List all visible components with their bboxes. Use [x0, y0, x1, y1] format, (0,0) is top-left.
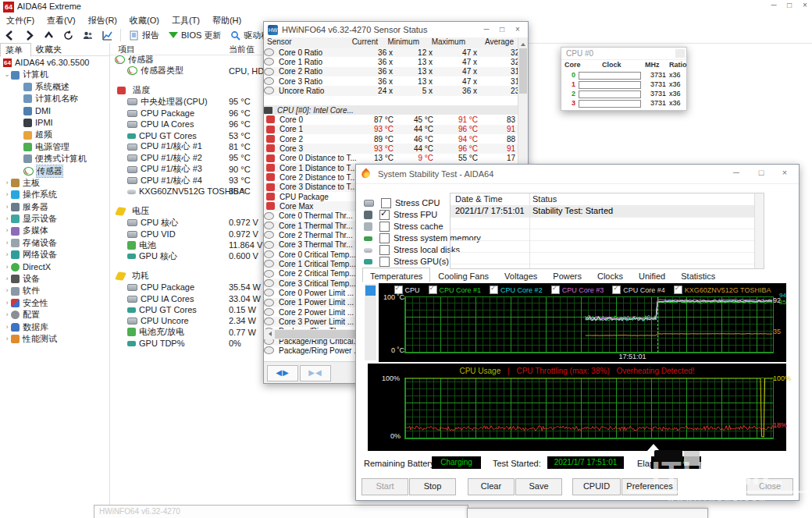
table-row[interactable]: Core 0 Ratio36 x12 x47 x32 x — [264, 48, 518, 57]
stress-cache-row[interactable]: Stress cache — [364, 221, 443, 232]
sensor-row[interactable]: KXG60ZNV512G TOSHIBA 35 °C — [110, 186, 262, 197]
tree-item[interactable]: 计算机名称 — [0, 93, 109, 105]
legend-checkbox[interactable] — [490, 286, 498, 294]
save-button[interactable]: Save — [515, 478, 562, 495]
sensor-row[interactable]: CPU #1/核心 #4 93 °C — [110, 175, 262, 186]
tree-item-sensors-selected[interactable]: 传感器 — [0, 165, 109, 177]
tab-powers[interactable]: Powers — [545, 269, 589, 282]
menu-item[interactable]: 文件(F) — [0, 15, 41, 27]
sensor-row[interactable]: 电池 11.864 V — [110, 239, 262, 250]
maximize-button[interactable]: □ — [752, 168, 771, 177]
tab-statistics[interactable]: Statistics — [673, 269, 723, 282]
table-row[interactable]: Core 2 Ratio36 x13 x47 x31 x — [264, 67, 518, 76]
minimize-button[interactable]: ─ — [727, 168, 746, 177]
bios-update-button[interactable]: BIOS 更新 — [164, 27, 226, 43]
stress-fpu-checkbox[interactable] — [379, 210, 390, 220]
tree-group-computer[interactable]: ⌄ 计算机 — [0, 69, 109, 80]
tree-group[interactable]: › 网络设备 — [0, 249, 109, 261]
sensor-row[interactable]: CPU VID 0.972 V — [110, 228, 262, 239]
graph-button[interactable] — [98, 27, 117, 43]
tree-group[interactable]: › 性能测试 — [0, 333, 109, 345]
chevron-down-icon[interactable]: ⌄ — [3, 69, 11, 80]
chevron-right-icon[interactable]: › — [3, 177, 11, 189]
close-button[interactable]: × — [775, 168, 794, 177]
background-window-edge[interactable] — [467, 508, 708, 518]
tree-group[interactable]: › 配置 — [0, 309, 109, 321]
sensor-row[interactable]: CPU 核心 0.972 V — [110, 217, 262, 228]
sensor-row[interactable]: CPU GT Cores 53 °C — [110, 130, 262, 140]
background-window-edge[interactable]: HWiNFO64 v6.32-4270 — [94, 505, 468, 518]
chevron-right-icon[interactable]: › — [3, 213, 11, 225]
table-row[interactable]: Uncore Ratio24 x5 x36 x23 x — [264, 86, 518, 95]
up-button[interactable] — [39, 27, 59, 43]
tab-favorites[interactable]: 收藏夹 — [31, 43, 69, 55]
cpuid-button[interactable]: CPUID — [572, 478, 621, 495]
sensor-row[interactable]: CPU #1/核心 #1 81 °C — [110, 141, 262, 152]
tab-unified[interactable]: Unified — [631, 269, 673, 282]
sensor-row[interactable]: CPU #1/核心 #3 90 °C — [110, 164, 262, 175]
stress-cpu-checkbox[interactable] — [381, 198, 391, 208]
legend-item[interactable]: KXG60ZNV512G TOSHIBA — [674, 286, 771, 294]
chevron-right-icon[interactable]: › — [3, 261, 11, 273]
tab-menu[interactable]: 菜单 — [0, 43, 31, 57]
stress-disks-row[interactable]: Stress local disks — [364, 244, 460, 255]
column-arrows-button[interactable]: ◀▶ — [267, 365, 298, 381]
chevron-right-icon[interactable]: › — [3, 225, 11, 236]
table-row[interactable]: Core 3 Ratio36 x13 x47 x31 x — [264, 76, 518, 86]
sensor-row[interactable]: CPU Package 96 °C — [110, 108, 262, 119]
chevron-right-icon[interactable]: › — [3, 321, 11, 333]
close-button[interactable]: × — [511, 25, 525, 34]
stress-disks-checkbox[interactable] — [379, 245, 390, 255]
tab-temperatures[interactable]: Temperatures — [362, 268, 430, 282]
legend-checkbox[interactable] — [429, 286, 437, 294]
stress-cache-checkbox[interactable] — [379, 222, 390, 232]
tree-group[interactable]: › 安全性 — [0, 297, 109, 309]
legend-checkbox[interactable] — [612, 286, 621, 294]
tree-group[interactable]: › 存储设备 — [0, 237, 109, 249]
start-button[interactable]: Start — [361, 478, 408, 495]
close-button[interactable] — [675, 49, 685, 58]
chevron-right-icon[interactable]: › — [3, 285, 11, 296]
chevron-right-icon[interactable]: › — [3, 201, 11, 213]
tab-cooling-fans[interactable]: Cooling Fans — [430, 269, 497, 282]
stress-gpu-row[interactable]: Stress GPU(s) — [364, 256, 449, 267]
refresh-button[interactable] — [59, 27, 78, 43]
log-row[interactable]: 2021/1/7 17:51:01 Stability Test: Starte… — [451, 205, 755, 218]
minimize-button[interactable]: ─ — [767, 1, 781, 9]
legend-item[interactable]: CPU Core #1 — [429, 286, 482, 294]
back-button[interactable] — [0, 27, 20, 43]
tree-root[interactable]: 64 AIDA64 v6.30.5500 — [0, 57, 109, 69]
scrollbar-thumb[interactable] — [365, 286, 376, 296]
sensor-row[interactable]: CPU #1/核心 #2 95 °C — [110, 152, 262, 163]
sensor-row[interactable]: CPU Package 35.54 W — [110, 282, 262, 293]
tree-group[interactable]: › 显示设备 — [0, 213, 109, 225]
maximize-button[interactable]: □ — [782, 1, 796, 9]
stress-cpu-row[interactable]: Stress CPU — [364, 197, 440, 208]
chevron-right-icon[interactable]: › — [3, 297, 11, 309]
sensor-row[interactable]: GPU 核心 0.600 V — [110, 250, 262, 261]
stress-fpu-row[interactable]: Stress FPU — [364, 209, 437, 220]
chevron-right-icon[interactable]: › — [3, 249, 11, 261]
minimize-button[interactable]: ─ — [479, 25, 493, 34]
table-row[interactable]: Core 087 °C45 °C91 °C83 °C — [264, 115, 518, 124]
close-test-button[interactable]: Close — [746, 478, 793, 495]
tree-item[interactable]: 系统概述 — [0, 81, 109, 93]
sensor-row[interactable]: 电池充/放电 0.77 W — [110, 327, 262, 338]
tree-group[interactable]: › 操作系统 — [0, 189, 109, 200]
preferences-button[interactable]: Preferences — [621, 478, 678, 495]
scroll-left-arrow[interactable] — [266, 332, 272, 336]
scrollbar-thumb[interactable] — [519, 48, 527, 94]
column-arrows-button-disabled[interactable]: ▶◀ — [300, 365, 331, 381]
chevron-right-icon[interactable]: › — [3, 189, 11, 200]
menu-item[interactable]: 查看(V) — [41, 15, 82, 27]
legend-checkbox[interactable] — [551, 286, 560, 294]
stress-memory-checkbox[interactable] — [379, 233, 390, 243]
legend-item[interactable]: CPU Core #3 — [551, 286, 604, 294]
tree-item[interactable]: DMI — [0, 105, 109, 117]
tree-item[interactable]: 电源管理 — [0, 141, 109, 153]
log-scrollbar[interactable] — [754, 193, 764, 268]
scroll-up-arrow[interactable] — [521, 41, 525, 46]
tree-group[interactable]: › 数据库 — [0, 321, 109, 333]
legend-item[interactable]: CPU Core #2 — [490, 286, 543, 294]
sensor-type-row[interactable]: 传感器类型 CPU, HDD, — [110, 65, 262, 76]
